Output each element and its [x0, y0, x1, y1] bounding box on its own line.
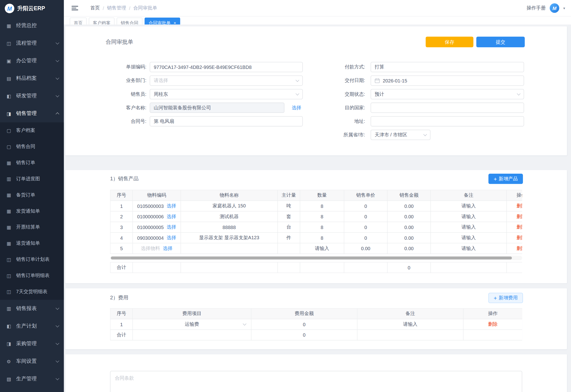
select-material-link[interactable]: 选择 [166, 235, 176, 241]
contract-terms-textarea[interactable] [110, 371, 522, 392]
tab[interactable]: 合同审批单 × [145, 18, 180, 25]
quantity-input[interactable]: 请输入 [300, 243, 344, 254]
customer-name-input [150, 103, 284, 113]
sidebar-item[interactable]: ◫ 流程管理 [0, 34, 64, 52]
collapse-menu-icon[interactable] [72, 6, 78, 11]
fee-amount-input[interactable]: 0 [252, 319, 358, 330]
material-code[interactable]: 0100000006 [137, 214, 164, 219]
delete-row-link[interactable]: 删除 [507, 233, 522, 243]
unit-price-input[interactable]: 0.00 [344, 243, 388, 254]
doc-code-input[interactable] [150, 62, 303, 72]
manual-link[interactable]: 操作手册 [526, 5, 545, 11]
select-material-link[interactable]: 选择 [166, 224, 176, 230]
delivery-status-select[interactable]: 预计 [371, 89, 524, 99]
plus-icon: + [494, 295, 497, 301]
sidebar-item[interactable]: ▦ 开票结算单 [0, 219, 64, 235]
fees-card: 2）费用 + 新增费用 序号 费用项目 [65, 288, 567, 349]
dest-country-input[interactable] [371, 103, 524, 113]
unit-price-input[interactable]: 0 [344, 233, 388, 243]
delete-row-link[interactable]: 删除 [507, 211, 522, 222]
delivery-date-picker[interactable]: 2026-01-15 [371, 76, 524, 86]
tab-close-icon[interactable]: × [174, 20, 176, 25]
breadcrumb-sales[interactable]: 销售管理 [107, 5, 126, 11]
add-fee-button[interactable]: + 新增费用 [488, 293, 523, 303]
payment-input[interactable] [371, 62, 524, 72]
material-code[interactable]: 0105000003 [137, 203, 164, 209]
note-input[interactable]: 请输入 [431, 201, 507, 211]
fee-item-select[interactable]: 运输费 [133, 319, 251, 330]
sidebar-item[interactable]: ▥ 销售报表 [0, 300, 64, 317]
sidebar-item[interactable]: ◫ 销售订单计划表 [0, 251, 64, 267]
sidebar-item[interactable]: ▣ 办公管理 [0, 52, 64, 70]
delete-row-link[interactable]: 删除 [507, 201, 522, 211]
scrollbar-thumb[interactable] [111, 257, 512, 259]
sidebar-item[interactable]: ▦ 备货订单 [0, 187, 64, 203]
amount-value: 0.00 [388, 201, 431, 211]
sidebar-item[interactable]: ◨ 采购管理 [0, 335, 64, 352]
sidebar-item[interactable]: ▦ 经营总控 [0, 17, 64, 34]
delivery-notice-icon: ▦ [7, 208, 13, 214]
tab[interactable]: 销售合同 [117, 18, 142, 25]
select-customer-link[interactable]: 选择 [292, 105, 301, 111]
delete-row-link[interactable]: 删除 [507, 243, 522, 254]
breadcrumb-home[interactable]: 首页 [90, 5, 100, 11]
submit-button[interactable]: 提交 [476, 37, 525, 47]
quantity-input[interactable]: 8 [300, 233, 344, 243]
dept-select[interactable]: 请选择 [150, 76, 303, 86]
sidebar-item[interactable]: ▧ 生产管理 [0, 370, 64, 388]
unit-price-input[interactable]: 0 [344, 201, 388, 211]
fee-delete-link[interactable]: 删除 [464, 319, 522, 330]
sidebar-item[interactable]: ▢ 客户档案 [0, 122, 64, 139]
sidebar-item[interactable]: ◨ 销售管理 [0, 105, 64, 122]
fee-note-input[interactable]: 请输入 [357, 319, 464, 330]
select-material-link[interactable]: 选择 [163, 245, 172, 252]
quantity-input[interactable]: 8 [300, 222, 344, 233]
sidebar-item-label: 办公管理 [16, 57, 56, 64]
tab[interactable]: 首页 [70, 18, 87, 25]
chevron-down-icon [517, 92, 521, 95]
fee-row: 1 运输费 0 请输入 删除 [110, 319, 522, 330]
sidebar-item[interactable]: ◧ 研发管理 [0, 87, 64, 105]
avatar[interactable]: M [550, 3, 559, 13]
sidebar-item[interactable]: ▥ 订单进度图 [0, 171, 64, 187]
add-product-button[interactable]: + 新增产品 [488, 174, 523, 184]
avatar-dropdown-caret-icon[interactable]: ▾ [563, 6, 565, 10]
quantity-input[interactable]: 8 [300, 211, 344, 222]
contract-no-input[interactable] [150, 116, 303, 126]
note-input[interactable]: 请输入 [431, 211, 507, 222]
sidebar-item[interactable]: ◫ 销售订单明细表 [0, 267, 64, 284]
select-material-link[interactable]: 选择 [166, 203, 176, 209]
salesman-select[interactable]: 周桂东 [150, 89, 303, 99]
unit-price-input[interactable]: 0 [344, 211, 388, 222]
note-input[interactable]: 请输入 [431, 243, 507, 254]
sidebar-item[interactable]: ▦ 销售订单 [0, 155, 64, 171]
quantity-input[interactable]: 8 [300, 201, 344, 211]
save-button[interactable]: 保存 [426, 37, 473, 47]
sidebar-item[interactable]: ◫ 7天交货明细表 [0, 284, 64, 300]
tab[interactable]: 客户档案 [89, 18, 114, 25]
sidebar-item-label: 销售合同 [16, 143, 59, 150]
material-code[interactable]: 选择物料 [141, 245, 160, 252]
note-input[interactable]: 请输入 [431, 233, 507, 243]
sidebar-item[interactable]: ▤ 料品档案 [0, 70, 64, 87]
sidebar-item[interactable]: ▢ 销售合同 [0, 139, 64, 155]
sidebar-item[interactable]: ▦ 发货通知单 [0, 203, 64, 219]
material-code[interactable]: 0903000004 [137, 235, 164, 240]
sidebar-item[interactable]: ⚙ 车间设置 [0, 352, 64, 370]
note-input[interactable]: 请输入 [431, 222, 507, 233]
horizontal-scrollbar[interactable] [110, 256, 522, 260]
sidebar-item[interactable]: ▨ 钣金车间 [0, 388, 64, 392]
tab-label: 销售合同 [121, 20, 138, 25]
select-material-link[interactable]: 选择 [166, 213, 176, 220]
material-code[interactable]: 0100000005 [137, 224, 164, 230]
brand-row: M 升阳云ERP [0, 0, 64, 17]
form-card-header: 合同审批单 保存 提交 [65, 37, 567, 47]
payment-label: 付款方式: [336, 64, 365, 70]
address-input[interactable] [371, 116, 524, 126]
unit-price-input[interactable]: 0 [344, 222, 388, 233]
sidebar-item[interactable]: ◧ 生产计划 [0, 317, 64, 335]
sidebar-item[interactable]: ▦ 退货通知单 [0, 235, 64, 251]
province-cascader[interactable]: 天津市 / 市辖区 [371, 130, 430, 140]
topbar: 首页 / 销售管理 / 合同审批单 操作手册 M ▾ [64, 0, 571, 16]
delete-row-link[interactable]: 删除 [507, 222, 522, 233]
